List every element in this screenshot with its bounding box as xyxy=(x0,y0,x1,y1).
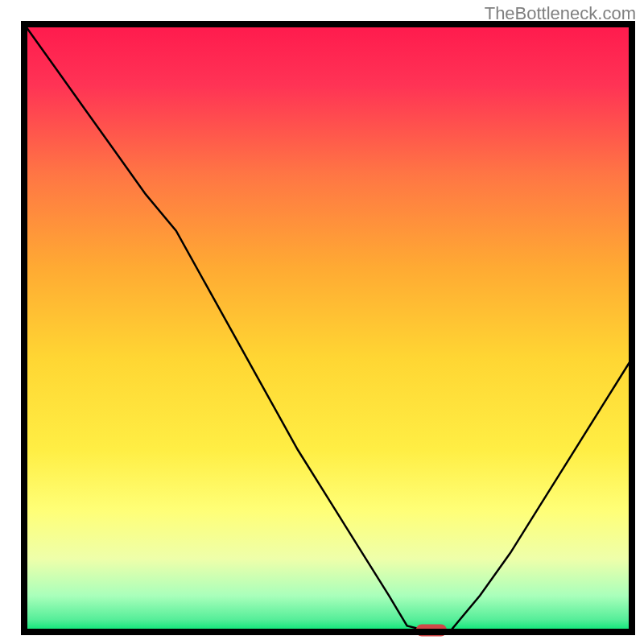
chart-svg xyxy=(0,0,644,644)
watermark-text: TheBottleneck.com xyxy=(485,3,636,24)
gradient-background xyxy=(24,24,632,632)
bottleneck-chart: TheBottleneck.com xyxy=(0,0,644,644)
